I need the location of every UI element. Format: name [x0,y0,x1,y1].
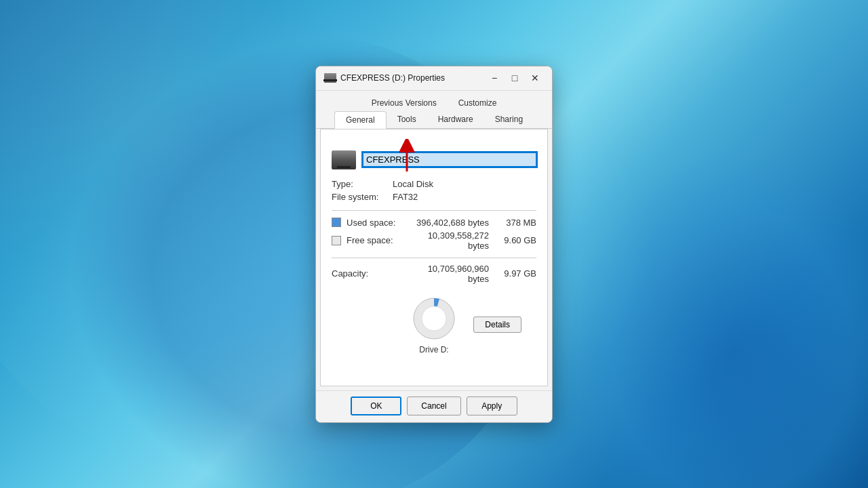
space-section: Used space: 396,402,688 bytes 378 MB Fre… [332,218,536,251]
tab-general[interactable]: General [334,111,387,129]
tabs-row-secondary: Previous Versions Customize [316,91,552,111]
filesystem-row: File system: FAT32 [332,192,536,202]
minimize-button[interactable]: − [486,69,503,87]
properties-content: Type: Local Disk File system: FAT32 Used… [320,129,548,386]
capacity-label: Capacity: [332,268,406,279]
free-space-color [332,236,341,245]
drive-icon [332,150,356,169]
pie-chart [410,295,458,342]
apply-button[interactable]: Apply [467,396,517,415]
maximize-button[interactable]: □ [506,69,524,87]
capacity-bytes: 10,705,960,960 bytes [406,264,496,284]
tabs-container: Previous Versions Customize General Tool… [316,91,552,129]
used-space-label: Used space: [347,218,408,228]
drive-label-row [332,150,536,169]
window-controls: − □ ✕ [486,69,544,87]
free-space-label: Free space: [347,235,408,245]
filesystem-label: File system: [332,192,393,202]
info-section: Type: Local Disk File system: FAT32 [332,179,536,202]
used-space-size: 378 MB [496,218,536,228]
separator-2 [332,258,536,258]
cancel-button[interactable]: Cancel [407,396,460,415]
drive-label-bottom: Drive D: [419,345,448,354]
filesystem-value: FAT32 [393,192,418,202]
free-space-bytes: 10,309,558,272 bytes [408,230,496,251]
ok-button[interactable]: OK [351,396,401,415]
tabs-row-primary: General Tools Hardware Sharing [316,111,552,128]
free-space-size: 9.60 GB [496,235,536,245]
title-bar: CFEXPRESS (D:) Properties − □ ✕ [316,66,552,91]
tab-previous-versions[interactable]: Previous Versions [361,95,448,111]
details-button[interactable]: Details [473,317,521,333]
title-bar-icon [324,73,336,83]
separator-1 [332,210,536,211]
used-space-row: Used space: 396,402,688 bytes 378 MB [332,218,536,228]
capacity-row: Capacity: 10,705,960,960 bytes 9.97 GB [332,264,536,284]
tab-sharing[interactable]: Sharing [484,111,534,128]
capacity-size: 9.97 GB [496,268,536,279]
tab-tools[interactable]: Tools [387,111,427,128]
properties-dialog: CFEXPRESS (D:) Properties − □ ✕ Previous… [315,66,553,423]
red-arrow-icon [399,139,415,175]
used-space-color [332,218,341,227]
close-button[interactable]: ✕ [526,69,544,87]
free-space-row: Free space: 10,309,558,272 bytes 9.60 GB [332,230,536,251]
pie-chart-area: Drive D: [410,295,458,354]
dialog-overlay: CFEXPRESS (D:) Properties − □ ✕ Previous… [0,0,868,488]
svg-point-3 [422,306,446,331]
used-space-bytes: 396,402,688 bytes [408,218,496,228]
type-value: Local Disk [393,179,433,189]
type-row: Type: Local Disk [332,179,536,189]
dialog-footer: OK Cancel Apply [316,390,552,422]
type-label: Type: [332,179,393,189]
pie-details-row: Drive D: Details [332,289,536,360]
tab-hardware[interactable]: Hardware [427,111,484,128]
tab-customize[interactable]: Customize [448,95,508,111]
drive-name-input[interactable] [363,152,536,167]
dialog-title: CFEXPRESS (D:) Properties [340,73,486,83]
